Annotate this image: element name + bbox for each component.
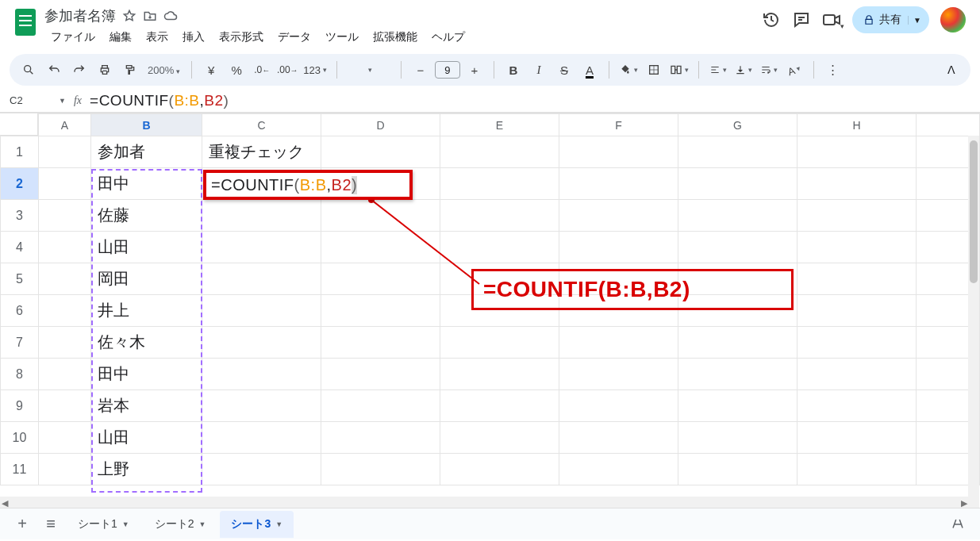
cell[interactable] — [797, 390, 917, 422]
row-header-2[interactable]: 2 — [1, 168, 39, 200]
sheets-logo-icon[interactable] — [10, 6, 41, 38]
percent-icon[interactable]: % — [225, 59, 248, 81]
cell-editor[interactable]: =COUNTIF(B:B,B2) — [203, 170, 413, 200]
cell[interactable] — [321, 390, 440, 422]
cell[interactable] — [202, 232, 321, 263]
wrap-icon[interactable] — [758, 59, 780, 81]
cell[interactable] — [797, 263, 917, 295]
cell[interactable] — [559, 232, 678, 263]
cell[interactable] — [678, 136, 797, 168]
sheet-tab-1[interactable]: シート1▼ — [67, 511, 140, 538]
cell[interactable]: 重複チェック — [202, 136, 321, 168]
v-align-icon[interactable] — [732, 59, 755, 81]
col-header-F[interactable]: F — [559, 114, 678, 136]
cell[interactable] — [321, 200, 440, 232]
row-header-10[interactable]: 10 — [1, 422, 39, 454]
increase-decimal-icon[interactable]: .00→ — [276, 59, 298, 81]
italic-icon[interactable]: I — [528, 59, 550, 81]
rotate-icon[interactable]: A — [780, 56, 809, 84]
cell[interactable]: 佐藤 — [91, 200, 202, 232]
move-icon[interactable] — [143, 9, 157, 23]
cell[interactable]: 田中 — [91, 168, 202, 200]
sheet-tab-3[interactable]: シート3▼ — [220, 511, 294, 538]
cell[interactable]: 上野 — [91, 454, 202, 485]
cell[interactable]: 井上 — [91, 295, 202, 327]
undo-icon[interactable] — [43, 59, 65, 81]
col-header-B[interactable]: B — [91, 114, 202, 136]
menu-format[interactable]: 表示形式 — [213, 27, 270, 48]
cell[interactable] — [440, 422, 559, 454]
comment-icon[interactable] — [792, 10, 811, 29]
formula-bar-input[interactable]: =COUNTIF(B:B,B2) — [90, 92, 229, 109]
cell[interactable] — [559, 422, 678, 454]
menu-view[interactable]: 表示 — [140, 27, 175, 48]
cell[interactable] — [202, 200, 321, 232]
cell[interactable] — [440, 327, 559, 359]
cell[interactable] — [202, 454, 321, 485]
collapse-toolbar-icon[interactable]: ᐱ — [940, 59, 963, 81]
name-box-dropdown-icon[interactable]: ▼ — [59, 97, 66, 105]
paint-format-icon[interactable] — [119, 59, 141, 81]
cell[interactable]: 参加者 — [91, 136, 202, 168]
menu-file[interactable]: ファイル — [44, 27, 102, 48]
font-select[interactable] — [345, 59, 393, 81]
cell[interactable] — [39, 136, 91, 168]
cell[interactable] — [321, 359, 440, 390]
zoom-select[interactable]: 200% — [144, 64, 183, 76]
cell[interactable]: 田中 — [91, 359, 202, 390]
select-all-corner[interactable] — [0, 113, 38, 136]
bold-icon[interactable]: B — [502, 59, 525, 81]
cell[interactable] — [321, 232, 440, 263]
vertical-scrollbar[interactable] — [968, 136, 979, 508]
cloud-status-icon[interactable] — [163, 9, 178, 23]
row-header-1[interactable]: 1 — [1, 136, 39, 168]
row-header-3[interactable]: 3 — [1, 200, 39, 232]
cell[interactable] — [797, 295, 917, 327]
cell[interactable]: 岡田 — [91, 263, 202, 295]
cell[interactable] — [440, 454, 559, 485]
meet-icon[interactable]: ▾ — [822, 10, 841, 29]
cell[interactable] — [321, 263, 440, 295]
cell[interactable] — [678, 422, 797, 454]
col-header-H[interactable]: H — [797, 114, 917, 136]
cell[interactable] — [678, 454, 797, 485]
currency-icon[interactable]: ¥ — [200, 59, 222, 81]
cell[interactable] — [797, 422, 917, 454]
text-color-icon[interactable]: A — [578, 59, 601, 81]
cell[interactable] — [202, 422, 321, 454]
col-header-A[interactable]: A — [39, 114, 91, 136]
merge-cells-icon[interactable] — [668, 59, 690, 81]
col-header-D[interactable]: D — [321, 114, 440, 136]
cell[interactable] — [202, 295, 321, 327]
cell[interactable] — [559, 390, 678, 422]
menu-edit[interactable]: 編集 — [103, 27, 138, 48]
h-align-icon[interactable] — [707, 59, 729, 81]
redo-icon[interactable] — [68, 59, 90, 81]
print-icon[interactable] — [94, 59, 116, 81]
explore-button[interactable] — [945, 512, 970, 537]
horizontal-scrollbar[interactable]: ◀▶ — [0, 497, 969, 508]
cell[interactable] — [678, 168, 797, 200]
cell[interactable] — [39, 422, 91, 454]
row-header-8[interactable]: 8 — [1, 359, 39, 390]
cell[interactable] — [559, 168, 678, 200]
cell[interactable] — [440, 232, 559, 263]
search-icon[interactable] — [17, 59, 40, 81]
cell[interactable] — [440, 200, 559, 232]
cell[interactable] — [39, 263, 91, 295]
cell[interactable] — [440, 168, 559, 200]
cell[interactable] — [797, 327, 917, 359]
cell[interactable] — [797, 200, 917, 232]
cell[interactable] — [440, 136, 559, 168]
cell[interactable] — [797, 359, 917, 390]
font-size-decrease[interactable]: − — [409, 59, 432, 81]
cell[interactable] — [321, 295, 440, 327]
account-avatar[interactable] — [940, 7, 966, 33]
cell[interactable] — [797, 136, 917, 168]
cell[interactable] — [321, 327, 440, 359]
cell[interactable] — [39, 295, 91, 327]
row-header-9[interactable]: 9 — [1, 390, 39, 422]
cell[interactable] — [39, 327, 91, 359]
cell[interactable]: 山田 — [91, 422, 202, 454]
cell[interactable]: 山田 — [91, 232, 202, 263]
